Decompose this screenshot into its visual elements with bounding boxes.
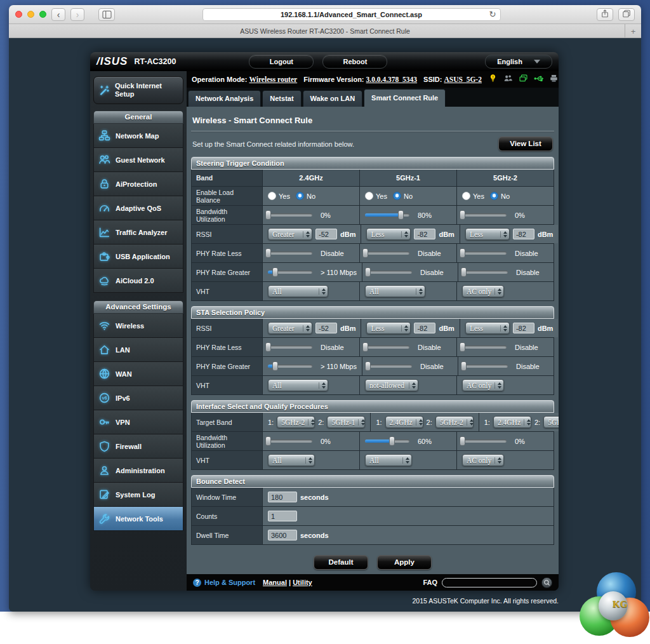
select-ac-only[interactable]: AC only bbox=[462, 379, 504, 391]
slider-thumb[interactable] bbox=[265, 248, 271, 258]
select-all[interactable]: All bbox=[365, 285, 425, 297]
select-all[interactable]: All bbox=[268, 285, 328, 297]
select-less[interactable]: Less bbox=[366, 322, 411, 334]
sidebar-item-wan[interactable]: WAN bbox=[93, 362, 183, 386]
slider-track[interactable] bbox=[368, 365, 412, 368]
sidebar-item-adaptive-qos[interactable]: Adaptive QoS bbox=[93, 196, 183, 220]
help-support-link[interactable]: Help & Support bbox=[204, 579, 255, 586]
select-all[interactable]: All bbox=[365, 454, 412, 466]
slider-track[interactable] bbox=[365, 213, 409, 217]
sidebar-item-aiprotection[interactable]: AiProtection bbox=[93, 172, 183, 196]
select-less[interactable]: Less bbox=[366, 228, 411, 240]
sidebar-item-network-tools[interactable]: Network Tools bbox=[93, 507, 183, 531]
select-greater[interactable]: Greater bbox=[268, 228, 312, 240]
close-window-button[interactable] bbox=[15, 11, 22, 18]
manual-link[interactable]: Manual bbox=[263, 579, 287, 586]
sidebar-item-guest-network[interactable]: Guest Network bbox=[93, 148, 183, 172]
faq-search-input[interactable] bbox=[442, 578, 537, 587]
slider-thumb[interactable] bbox=[461, 361, 467, 371]
select-5ghz-1[interactable]: 5GHz-1 bbox=[327, 416, 365, 428]
sidebar-item-lan[interactable]: LAN bbox=[93, 338, 183, 362]
select-not-allowed[interactable]: not-allowed bbox=[365, 379, 418, 391]
value-input[interactable] bbox=[513, 323, 534, 333]
select-less[interactable]: Less bbox=[465, 322, 510, 334]
value-input[interactable] bbox=[513, 229, 534, 239]
value-input[interactable] bbox=[268, 492, 297, 502]
radio-no[interactable] bbox=[296, 192, 304, 200]
apply-button[interactable]: Apply bbox=[377, 555, 432, 570]
back-button[interactable]: ‹ bbox=[51, 8, 65, 21]
slider-track[interactable] bbox=[268, 271, 312, 274]
slider-thumb[interactable] bbox=[389, 436, 395, 446]
sidebar-item-wireless[interactable]: Wireless bbox=[93, 314, 183, 338]
select-all[interactable]: All bbox=[268, 454, 315, 466]
value-input[interactable] bbox=[268, 530, 297, 540]
radio-yes[interactable] bbox=[462, 192, 470, 200]
sidebar-toggle-icon[interactable] bbox=[98, 8, 115, 21]
sidebar-item-network-map[interactable]: Network Map bbox=[93, 124, 183, 148]
slider-track[interactable] bbox=[365, 345, 409, 349]
slider-thumb[interactable] bbox=[398, 210, 404, 220]
radio-yes[interactable] bbox=[268, 192, 276, 200]
minimize-window-button[interactable] bbox=[27, 11, 34, 18]
logout-button[interactable]: Logout bbox=[249, 55, 314, 69]
devices-icon[interactable] bbox=[519, 74, 528, 86]
faq-search-button[interactable] bbox=[541, 577, 552, 588]
slider-track[interactable] bbox=[268, 213, 312, 217]
ssid-link[interactable]: ASUS_5G-2 bbox=[444, 76, 482, 83]
slider-thumb[interactable] bbox=[460, 436, 465, 446]
radio-no[interactable] bbox=[393, 192, 401, 200]
slider-track[interactable] bbox=[463, 365, 508, 368]
slider-track[interactable] bbox=[462, 252, 507, 255]
tab-smart-connect-rule[interactable]: Smart Connect Rule bbox=[364, 89, 446, 107]
slider-track[interactable] bbox=[268, 439, 312, 443]
slider-track[interactable] bbox=[268, 345, 312, 349]
slider-thumb[interactable] bbox=[460, 210, 465, 220]
value-input[interactable] bbox=[414, 323, 435, 333]
browser-tab-title[interactable]: ASUS Wireless Router RT-AC3200 - Smart C… bbox=[9, 27, 641, 35]
slider-track[interactable] bbox=[268, 365, 312, 368]
sidebar-item-system-log[interactable]: System Log bbox=[93, 483, 183, 507]
reload-icon[interactable]: ↻ bbox=[489, 10, 496, 18]
share-icon[interactable] bbox=[597, 8, 613, 21]
slider-thumb[interactable] bbox=[460, 248, 465, 258]
slider-thumb[interactable] bbox=[272, 361, 278, 371]
tab-wake-on-lan[interactable]: Wake on LAN bbox=[303, 90, 363, 107]
printer-icon[interactable] bbox=[549, 74, 559, 86]
select-all[interactable]: All bbox=[268, 379, 328, 391]
language-dropdown[interactable]: English bbox=[485, 55, 552, 69]
sidebar-item-vpn[interactable]: VPN bbox=[93, 410, 183, 434]
slider-thumb[interactable] bbox=[272, 267, 278, 277]
slider-track[interactable] bbox=[463, 271, 508, 274]
sidebar-item-traffic-analyzer[interactable]: Traffic Analyzer bbox=[93, 220, 183, 245]
select-ac-only[interactable]: AC only bbox=[462, 454, 504, 466]
zoom-window-button[interactable] bbox=[39, 11, 46, 18]
sidebar-item-aicloud-2-0[interactable]: AiCloud 2.0 bbox=[93, 269, 183, 293]
slider-thumb[interactable] bbox=[265, 436, 271, 446]
new-tab-button[interactable]: + bbox=[625, 24, 641, 38]
value-input[interactable] bbox=[315, 229, 337, 239]
address-bar[interactable]: 192.168.1.1/Advanced_Smart_Connect.asp ↻ bbox=[202, 8, 501, 21]
slider-thumb[interactable] bbox=[461, 267, 467, 277]
slider-track[interactable] bbox=[365, 252, 409, 255]
slider-track[interactable] bbox=[462, 439, 507, 443]
clients-icon[interactable] bbox=[503, 74, 513, 86]
reboot-button[interactable]: Reboot bbox=[322, 55, 387, 69]
select-2-4ghz[interactable]: 2.4GHz bbox=[493, 416, 531, 428]
slider-thumb[interactable] bbox=[460, 342, 465, 352]
forward-button[interactable]: › bbox=[70, 8, 84, 21]
slider-track[interactable] bbox=[268, 252, 312, 255]
firmware-version-link[interactable]: 3.0.0.4.378_5343 bbox=[366, 76, 418, 83]
view-list-button[interactable]: View List bbox=[498, 137, 553, 151]
alert-icon[interactable]: ! bbox=[488, 74, 498, 86]
slider-thumb[interactable] bbox=[362, 248, 368, 258]
select-greater[interactable]: Greater bbox=[268, 322, 312, 334]
select-5ghz-1[interactable]: 5GHz-1 bbox=[543, 416, 559, 428]
radio-yes[interactable] bbox=[365, 192, 373, 200]
operation-mode-link[interactable]: Wireless router bbox=[249, 76, 297, 83]
usb-icon[interactable] bbox=[534, 74, 543, 86]
select-5ghz-2[interactable]: 5GHz-2 bbox=[435, 416, 474, 428]
default-button[interactable]: Default bbox=[314, 555, 368, 570]
select-ac-only[interactable]: AC only bbox=[462, 285, 504, 297]
value-input[interactable] bbox=[414, 229, 435, 239]
